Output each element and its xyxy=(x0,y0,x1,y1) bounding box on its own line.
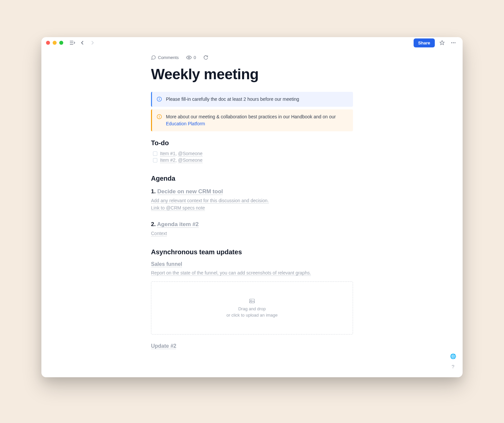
globe-icon: 🌐 xyxy=(450,353,456,359)
update-item-title[interactable]: Update #2 xyxy=(151,343,353,349)
minimize-window-button[interactable] xyxy=(53,41,57,45)
update-item-body[interactable]: Report on the state of the funnel, you c… xyxy=(151,269,353,276)
update-item-title[interactable]: Sales funnel xyxy=(151,261,353,267)
svg-point-7 xyxy=(188,57,189,58)
svg-point-5 xyxy=(453,42,454,43)
globe-button[interactable]: 🌐 xyxy=(449,353,457,360)
refresh-button[interactable] xyxy=(203,55,208,60)
todo-item[interactable]: Item #2, @Someone xyxy=(151,157,353,163)
svg-point-16 xyxy=(251,300,252,301)
app-window: Share Comments 0 xyxy=(41,37,463,377)
agenda-item-title[interactable]: 2. Agenda item #2 xyxy=(151,221,353,228)
comments-button[interactable]: Comments xyxy=(151,55,179,60)
warn-banner-text: More about our meeting & collaboration b… xyxy=(166,113,348,127)
agenda-heading[interactable]: Agenda xyxy=(151,175,353,182)
info-banner: Please fill-in carefully the doc at leas… xyxy=(151,92,353,107)
warn-banner: More about our meeting & collaboration b… xyxy=(151,109,353,131)
titlebar: Share xyxy=(41,37,463,48)
help-button[interactable]: ? xyxy=(449,363,457,370)
nav-back-button[interactable] xyxy=(78,39,86,47)
comment-icon xyxy=(151,55,156,60)
agenda-item-body[interactable]: Link to @CRM specs note xyxy=(151,204,353,212)
todo-item[interactable]: Item #1, @Someone xyxy=(151,150,353,157)
svg-marker-3 xyxy=(440,40,444,45)
svg-point-11 xyxy=(159,98,160,98)
star-icon[interactable] xyxy=(438,39,446,47)
document-content: Comments 0 Weekly meeting Please fill-in… xyxy=(41,48,463,377)
drop-text-2: or click to upload an image xyxy=(227,313,278,318)
checkbox[interactable] xyxy=(153,158,157,162)
svg-point-4 xyxy=(451,42,452,43)
svg-point-6 xyxy=(455,42,456,43)
agenda-item-title[interactable]: 1. Decide on new CRM tool xyxy=(151,188,353,195)
close-window-button[interactable] xyxy=(46,41,50,45)
views-count: 0 xyxy=(194,55,196,60)
nav-forward-button[interactable] xyxy=(88,39,96,47)
doc-meta-row: Comments 0 xyxy=(151,55,353,60)
todo-heading[interactable]: To-do xyxy=(151,139,353,147)
mention[interactable]: @Someone xyxy=(178,157,202,163)
share-button[interactable]: Share xyxy=(414,38,435,47)
info-icon xyxy=(157,96,162,103)
mention[interactable]: @Someone xyxy=(178,151,202,156)
help-icon: ? xyxy=(452,364,454,369)
maximize-window-button[interactable] xyxy=(59,41,63,45)
image-drop-zone[interactable]: Drag and drop or click to upload an imag… xyxy=(151,281,353,334)
window-controls xyxy=(45,41,63,45)
sidebar-toggle-icon[interactable] xyxy=(69,39,76,47)
page-title[interactable]: Weekly meeting xyxy=(151,66,353,83)
agenda-item-body[interactable]: Context xyxy=(151,230,353,237)
more-icon[interactable] xyxy=(449,39,457,47)
drop-text-1: Drag and drop xyxy=(238,306,266,311)
image-icon xyxy=(249,298,255,304)
svg-rect-15 xyxy=(250,299,255,303)
eye-icon xyxy=(186,55,192,60)
refresh-icon xyxy=(203,55,208,60)
views-counter[interactable]: 0 xyxy=(186,55,196,60)
warning-icon xyxy=(157,114,162,127)
info-banner-text: Please fill-in carefully the doc at leas… xyxy=(166,96,299,103)
updates-heading[interactable]: Asynchronous team updates xyxy=(151,248,353,256)
education-platform-link[interactable]: Education Platform xyxy=(166,121,205,126)
checkbox[interactable] xyxy=(153,151,157,156)
comments-label: Comments xyxy=(158,55,179,60)
agenda-item-body[interactable]: Add any relevant context for this discus… xyxy=(151,197,353,204)
svg-point-14 xyxy=(159,118,160,118)
